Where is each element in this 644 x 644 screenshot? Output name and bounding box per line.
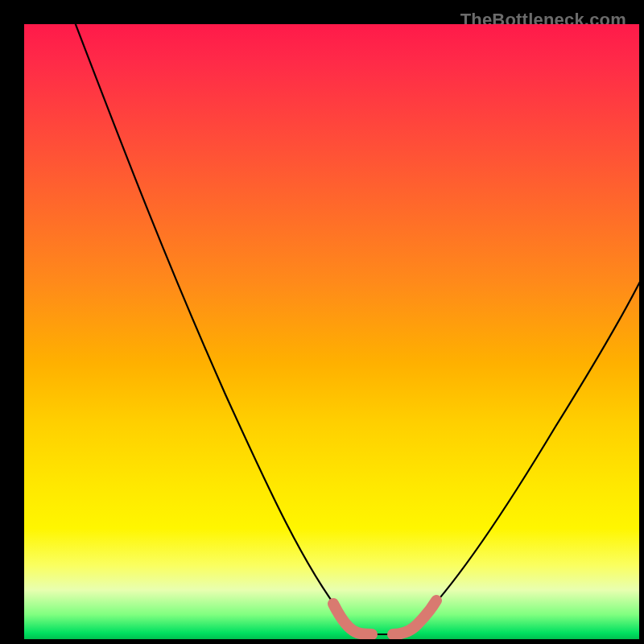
right-dip-marker: [393, 601, 436, 634]
plot-area: [24, 24, 639, 639]
bottleneck-curve: [24, 24, 639, 639]
curve-path: [72, 24, 639, 634]
chart-frame: TheBottleneck.com: [10, 10, 634, 634]
left-dip-marker: [333, 604, 372, 634]
